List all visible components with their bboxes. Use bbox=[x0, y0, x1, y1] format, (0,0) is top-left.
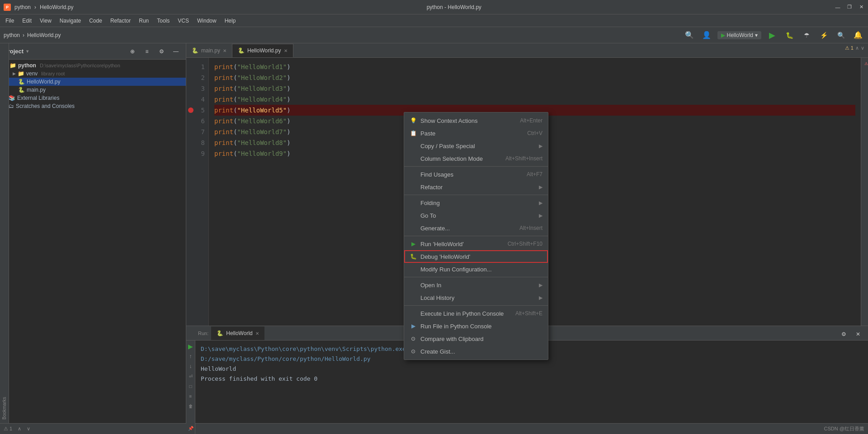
run-config-icon: ▶ bbox=[721, 32, 725, 38]
maximize-button[interactable]: ❐ bbox=[846, 4, 853, 10]
ctx-folding[interactable]: Folding ▶ bbox=[404, 196, 548, 209]
close-button[interactable]: ✕ bbox=[858, 4, 864, 10]
toolbar-python-label: python bbox=[4, 32, 20, 38]
profile-button[interactable]: ⚡ bbox=[817, 29, 830, 42]
ctx-find-usages[interactable]: Find Usages Alt+F7 bbox=[404, 168, 548, 181]
tree-item-main[interactable]: 🐍 main.py bbox=[0, 86, 186, 94]
console-close-button[interactable]: ✕ bbox=[852, 328, 864, 341]
line-num-8: 8 bbox=[186, 137, 208, 148]
ctx-open-in[interactable]: Open In ▶ bbox=[404, 279, 548, 291]
helloworld-label: HelloWorld.py bbox=[27, 79, 60, 85]
menu-view[interactable]: View bbox=[36, 16, 55, 26]
ctx-local-history[interactable]: Local History ▶ bbox=[404, 291, 548, 304]
console-tab-helloworld[interactable]: 🐍 HelloWorld ✕ bbox=[211, 327, 264, 340]
editor-gutter-controls: ⚠ 1 ∧ ∨ bbox=[845, 45, 864, 51]
menu-vcs[interactable]: VCS bbox=[174, 16, 193, 26]
scratches-icon: 🗂 bbox=[9, 103, 14, 109]
tree-root[interactable]: ▼ 📁 python D:\save\myclass\Python\core\p… bbox=[0, 61, 186, 70]
console-btn2[interactable]: ≡ bbox=[187, 392, 195, 400]
user-icon[interactable]: 👤 bbox=[700, 29, 713, 42]
ctx-compare-clipboard[interactable]: ⊙ Compare with Clipboard bbox=[404, 332, 548, 345]
menu-run[interactable]: Run bbox=[135, 16, 152, 26]
ctx-paste[interactable]: 📋 Paste Ctrl+V bbox=[404, 127, 548, 140]
menu-help[interactable]: Help bbox=[221, 16, 240, 26]
root-name: python bbox=[18, 62, 36, 69]
ctx-modify-run-config[interactable]: Modify Run Configuration... bbox=[404, 263, 548, 275]
debug-button[interactable]: 🐛 bbox=[783, 29, 796, 42]
minimize-button[interactable]: — bbox=[835, 4, 841, 10]
ctx-run-helloworld[interactable]: ▶ Run 'HelloWorld' Ctrl+Shift+F10 bbox=[404, 238, 548, 250]
ctx-debug-helloworld[interactable]: 🐛 Debug 'HelloWorld' bbox=[404, 250, 548, 263]
run-play-button[interactable]: ▶ bbox=[187, 342, 195, 350]
run-button[interactable]: ▶ bbox=[766, 29, 778, 42]
project-options-button[interactable]: ⚙ bbox=[155, 45, 168, 58]
menu-file[interactable]: File bbox=[2, 16, 18, 26]
ctx-generate[interactable]: Generate... Alt+Insert bbox=[404, 222, 548, 234]
tab-main-close[interactable]: ✕ bbox=[223, 48, 226, 53]
ctx-show-context-actions-label: Show Context Actions bbox=[420, 117, 477, 124]
scroll-down-button[interactable]: ↓ bbox=[187, 362, 195, 370]
menu-navigate[interactable]: Navigate bbox=[56, 16, 85, 26]
run-configuration[interactable]: ▶ HelloWorld ▾ bbox=[717, 31, 761, 39]
ctx-bulb-icon: 💡 bbox=[410, 117, 417, 124]
project-dropdown-icon[interactable]: ▾ bbox=[26, 49, 28, 54]
menu-refactor[interactable]: Refactor bbox=[107, 16, 134, 26]
tree-item-scratches[interactable]: ▶ 🗂 Scratches and Consoles bbox=[0, 102, 186, 110]
ctx-goto-arrow: ▶ bbox=[539, 213, 542, 219]
tab-helloworld-close[interactable]: ✕ bbox=[284, 48, 288, 53]
status-right: CSDN @红日香薰 bbox=[824, 425, 864, 432]
ctx-gist-icon: ⊙ bbox=[410, 348, 417, 355]
console-btn3[interactable]: 🗑 bbox=[187, 402, 195, 410]
ctx-copy-paste-label: Copy / Paste Special bbox=[420, 143, 475, 149]
menu-code[interactable]: Code bbox=[85, 16, 106, 26]
nav-prev-icon[interactable]: ∧ bbox=[18, 426, 21, 432]
ctx-generate-label: Generate... bbox=[420, 225, 450, 232]
tab-helloworld[interactable]: 🐍 HelloWorld.py ✕ bbox=[232, 44, 293, 57]
code-line-2: print("HelloWorld2") bbox=[214, 72, 855, 83]
ctx-copy-paste-special[interactable]: Copy / Paste Special ▶ bbox=[404, 140, 548, 152]
ctx-copy-paste-icon bbox=[410, 142, 417, 149]
ctx-column-selection[interactable]: Column Selection Mode Alt+Shift+Insert bbox=[404, 152, 548, 165]
tab-main[interactable]: 🐍 main.py ✕ bbox=[186, 44, 232, 57]
ctx-run-file[interactable]: ▶ Run File in Python Console bbox=[404, 320, 548, 332]
console-icon: 🐍 bbox=[217, 330, 223, 336]
nav-next-icon[interactable]: ∨ bbox=[27, 426, 30, 432]
ctx-find-usages-shortcut: Alt+F7 bbox=[527, 171, 542, 177]
console-tab-close[interactable]: ✕ bbox=[255, 331, 259, 336]
notifications-button[interactable]: 🔔 bbox=[852, 29, 864, 42]
coverage-button[interactable]: ☂ bbox=[800, 29, 813, 42]
ctx-run-file-label: Run File in Python Console bbox=[420, 323, 492, 330]
ctx-show-context-actions-shortcut: Alt+Enter bbox=[520, 117, 542, 124]
ctx-refactor-arrow: ▶ bbox=[539, 184, 542, 190]
tree-item-external-libs[interactable]: ▶ 📚 External Libraries bbox=[0, 94, 186, 102]
nav-up-icon[interactable]: ∧ bbox=[855, 45, 859, 51]
line-num-6: 6 bbox=[186, 116, 208, 126]
project-close-button[interactable]: — bbox=[170, 45, 182, 58]
search-everywhere-icon[interactable]: 🔍 bbox=[683, 29, 696, 42]
tab-helloworld-icon: 🐍 bbox=[238, 47, 245, 54]
ctx-create-gist[interactable]: ⊙ Create Gist... bbox=[404, 345, 548, 358]
locate-file-button[interactable]: ⊕ bbox=[126, 45, 139, 58]
nav-down-icon[interactable]: ∨ bbox=[861, 45, 864, 51]
console-btn1[interactable]: □ bbox=[187, 382, 195, 390]
menu-tools[interactable]: Tools bbox=[153, 16, 173, 26]
console-settings-button[interactable]: ⚙ bbox=[837, 328, 850, 341]
ctx-refactor[interactable]: Refactor ▶ bbox=[404, 181, 548, 193]
ctx-execute-line[interactable]: Execute Line in Python Console Alt+Shift… bbox=[404, 307, 548, 320]
menu-edit[interactable]: Edit bbox=[19, 16, 35, 26]
tree-item-venv[interactable]: ▶ 📁 venv library root bbox=[0, 70, 186, 78]
status-bar: ⚠ 1 ∧ ∨ CSDN @红日香薰 bbox=[0, 423, 868, 434]
window-controls[interactable]: — ❐ ✕ bbox=[835, 4, 864, 10]
ctx-go-to[interactable]: Go To ▶ bbox=[404, 209, 548, 222]
search-button[interactable]: 🔍 bbox=[835, 29, 847, 42]
ctx-divider-3 bbox=[404, 236, 548, 236]
console-file-path: D:/save/myclass/Python/core/python/Hello… bbox=[201, 355, 371, 362]
ctx-column-shortcut: Alt+Shift+Insert bbox=[505, 155, 542, 162]
wrap-button[interactable]: ⏎ bbox=[187, 372, 195, 380]
tree-item-helloworld[interactable]: 🐍 HelloWorld.py bbox=[0, 78, 186, 86]
menu-window[interactable]: Window bbox=[193, 16, 220, 26]
scroll-up-button[interactable]: ↑ bbox=[187, 352, 195, 360]
collapse-all-button[interactable]: ≡ bbox=[141, 45, 153, 58]
ctx-show-context-actions[interactable]: 💡 Show Context Actions Alt+Enter bbox=[404, 114, 548, 127]
pin-button[interactable]: 📌 bbox=[187, 424, 195, 432]
